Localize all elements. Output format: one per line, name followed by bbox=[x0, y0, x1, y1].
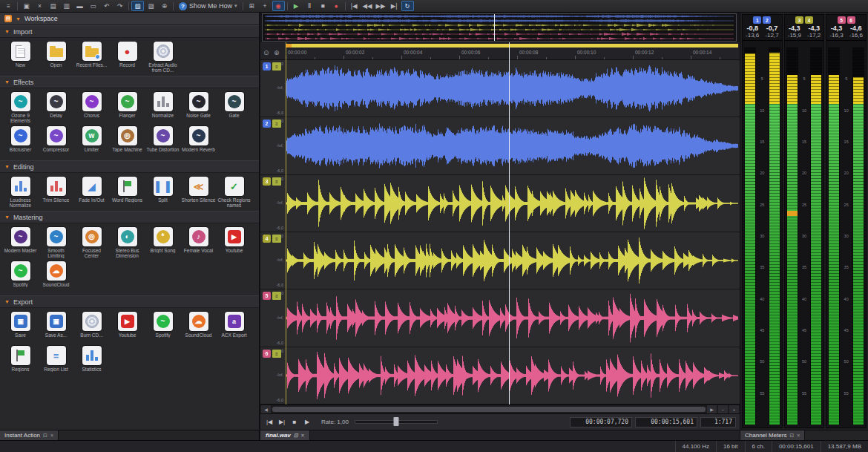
close-icon[interactable]: × bbox=[301, 433, 304, 438]
waveform-channel-5[interactable] bbox=[286, 289, 738, 347]
collapse-chevron-icon[interactable]: ▼ bbox=[4, 299, 10, 304]
action-smooth-limiting[interactable]: ~Smooth Limiting bbox=[39, 225, 73, 259]
loop-region-bar[interactable] bbox=[286, 44, 738, 48]
action-tape-machine[interactable]: ◎Tape Machine bbox=[110, 124, 145, 158]
action-statistics[interactable]: Statistics bbox=[74, 344, 109, 378]
scroll-left-button[interactable]: ◀ bbox=[261, 405, 271, 413]
channel-menu-button[interactable]: ≡ bbox=[272, 292, 281, 300]
action-acx-export[interactable]: aACX Export bbox=[217, 309, 251, 344]
channel-menu-button[interactable]: ≡ bbox=[272, 350, 281, 358]
zoom-tool-button[interactable]: ⊕ bbox=[158, 1, 171, 11]
track-5[interactable]: 5≡-6,0-Inf,-6,0 bbox=[260, 289, 740, 347]
snap-button[interactable]: ⊞ bbox=[246, 1, 258, 11]
section-header-mastering[interactable]: ▼Mastering bbox=[0, 211, 259, 223]
action-modern-master[interactable]: ~Modern Master bbox=[3, 225, 38, 259]
tab-instant-action[interactable]: Instant Action ⊡ × bbox=[0, 430, 59, 440]
goto-end-button[interactable]: ▶| bbox=[388, 1, 401, 11]
goto-start-button[interactable]: |◀ bbox=[348, 1, 361, 11]
action-region-list[interactable]: ≡Region List bbox=[39, 344, 73, 378]
overview-canvas[interactable] bbox=[263, 14, 736, 41]
waveform-channel-1[interactable] bbox=[286, 60, 738, 117]
workspace-toggle-button[interactable]: ▧ bbox=[131, 1, 144, 11]
zoom-in-button[interactable]: + bbox=[729, 405, 739, 413]
action-loudness-normalize[interactable]: Loudness Normalize bbox=[3, 174, 38, 209]
redo-button[interactable]: ↷ bbox=[114, 1, 126, 11]
waveform-channel-3[interactable] bbox=[286, 175, 738, 232]
action-youtube[interactable]: ▶Youtube bbox=[110, 309, 145, 344]
record-options-button[interactable]: ◉ bbox=[272, 1, 285, 11]
float-window-icon[interactable]: ⊡ bbox=[789, 433, 794, 439]
track-6[interactable]: 6≡-6,0-Inf,-6,0 bbox=[260, 347, 740, 404]
float-window-icon[interactable]: ⊡ bbox=[43, 433, 47, 439]
waveform-channel-6[interactable] bbox=[286, 347, 738, 404]
collapse-chevron-icon[interactable]: ▼ bbox=[4, 214, 10, 220]
cut-button[interactable]: × bbox=[33, 1, 46, 11]
action-split[interactable]: ▌▐Split bbox=[145, 174, 180, 209]
save-button[interactable]: ▣ bbox=[20, 1, 33, 11]
show-me-how-button[interactable]: ?Show Me How▾ bbox=[176, 1, 240, 11]
channel-menu-button[interactable]: ≡ bbox=[272, 62, 281, 71]
tab-final-wav[interactable]: final.wav ⊡ × bbox=[260, 430, 310, 440]
action-fade-in-out[interactable]: ◢Fade In/Out bbox=[74, 174, 109, 209]
action-open[interactable]: Open bbox=[39, 39, 73, 73]
action-word-regions[interactable]: Word Regions bbox=[110, 174, 145, 209]
action-recent-files[interactable]: Recent Files... bbox=[74, 39, 109, 73]
close-icon[interactable]: × bbox=[797, 433, 800, 438]
action-flanger[interactable]: ~Flanger bbox=[110, 90, 145, 124]
tp-goto-end-button[interactable]: ▶| bbox=[277, 417, 287, 428]
action-record[interactable]: ●Record bbox=[110, 39, 145, 73]
action-regions[interactable]: Regions bbox=[3, 344, 38, 378]
file-overview[interactable] bbox=[260, 13, 740, 43]
horizontal-scrollbar[interactable]: ◀ ▶ − + bbox=[260, 404, 740, 413]
delete-button[interactable]: ▬ bbox=[73, 1, 86, 11]
close-icon[interactable]: × bbox=[50, 433, 53, 438]
action-gate[interactable]: ~Gate bbox=[217, 90, 251, 124]
rate-slider-handle[interactable] bbox=[393, 417, 398, 426]
rewind-button[interactable]: ◀◀ bbox=[361, 1, 374, 11]
action-check-regions-names[interactable]: ✓Check Regions names bbox=[217, 174, 251, 209]
waveform-channel-4[interactable] bbox=[286, 232, 738, 289]
chevron-down-icon[interactable]: ▼ bbox=[16, 16, 21, 22]
explorer-toggle-button[interactable]: ▨ bbox=[145, 1, 157, 11]
collapse-chevron-icon[interactable]: ▼ bbox=[4, 164, 10, 169]
action-noise-gate[interactable]: ~Noise Gate bbox=[181, 90, 216, 124]
zoom-out-button[interactable]: − bbox=[718, 405, 728, 413]
play-button[interactable]: ▶ bbox=[290, 1, 303, 11]
action-normalize[interactable]: Normalize bbox=[145, 90, 180, 124]
action-chorus[interactable]: ~Chorus bbox=[74, 90, 109, 124]
track-2[interactable]: 2≡-6,0-Inf,-6,0 bbox=[260, 117, 740, 175]
action-delay[interactable]: ~Delay bbox=[39, 90, 73, 124]
pause-button[interactable]: Ⅱ bbox=[303, 1, 316, 11]
float-window-icon[interactable]: ⊡ bbox=[294, 433, 298, 439]
channel-menu-button[interactable]: ≡ bbox=[272, 235, 281, 243]
action-soundcloud[interactable]: ☁SoundCloud bbox=[181, 309, 216, 344]
snap-icon[interactable]: ⊕ bbox=[274, 49, 280, 56]
loop-region-start[interactable] bbox=[286, 44, 292, 48]
fast-forward-button[interactable]: ▶▶ bbox=[375, 1, 387, 11]
action-trim-silence[interactable]: Trim Silence bbox=[39, 174, 73, 209]
time-ruler[interactable]: ⊙ ⊕ 00:00:0000:00:0200:00:0400:00:0600:0… bbox=[260, 42, 740, 60]
tab-channel-meters[interactable]: Channel Meters ⊡ × bbox=[740, 430, 805, 440]
tp-play-button[interactable]: ▶ bbox=[302, 417, 312, 428]
stop-button[interactable]: ■ bbox=[317, 1, 329, 11]
channel-menu-button[interactable]: ≡ bbox=[272, 119, 281, 128]
rate-slider[interactable] bbox=[355, 420, 438, 424]
section-header-import[interactable]: ▼Import bbox=[0, 25, 259, 38]
action-ozone-9-elements[interactable]: ~Ozone 9 Elements bbox=[3, 90, 38, 124]
action-extract-audio-from-cd[interactable]: Extract Audio from CD... bbox=[145, 39, 180, 73]
action-shorten-silence[interactable]: ≪Shorten Silence bbox=[181, 174, 216, 209]
action-bitcrusher[interactable]: ~Bitcrusher bbox=[3, 124, 38, 158]
collapse-chevron-icon[interactable]: ▼ bbox=[4, 29, 10, 34]
paste-button[interactable]: ▥ bbox=[60, 1, 73, 11]
action-modern-reverb[interactable]: ~Modern Reverb bbox=[181, 124, 216, 158]
loop-playback-button[interactable]: ↻ bbox=[401, 1, 414, 11]
action-burn-cd[interactable]: Burn CD... bbox=[74, 309, 109, 344]
section-header-effects[interactable]: ▼Effects bbox=[0, 76, 259, 88]
action-tube-distortion[interactable]: ~Tube Distortion bbox=[145, 124, 180, 158]
action-limiter[interactable]: wLimiter bbox=[74, 124, 109, 158]
undo-button[interactable]: ↶ bbox=[100, 1, 113, 11]
tp-goto-start-button[interactable]: |◀ bbox=[264, 417, 274, 428]
track-3[interactable]: 3≡-6,0-Inf,-6,0 bbox=[260, 175, 740, 232]
section-header-editing[interactable]: ▼Editing bbox=[0, 160, 259, 173]
action-compressor[interactable]: ~Compressor bbox=[39, 124, 73, 158]
